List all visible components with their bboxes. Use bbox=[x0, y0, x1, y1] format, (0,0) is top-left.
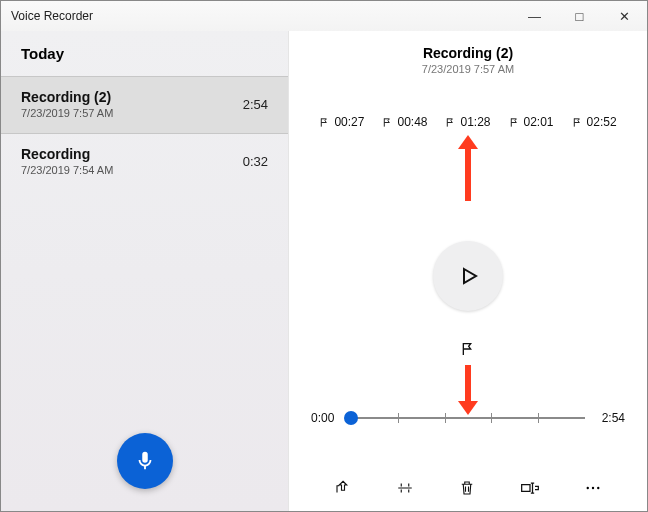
flag-icon bbox=[319, 117, 330, 128]
flag-icon bbox=[382, 117, 393, 128]
rename-icon bbox=[520, 481, 540, 495]
marker-item[interactable]: 01:28 bbox=[445, 115, 490, 129]
recording-item[interactable]: Recording 7/23/2019 7:54 AM 0:32 bbox=[1, 134, 288, 190]
flag-icon bbox=[445, 117, 456, 128]
microphone-icon bbox=[134, 450, 156, 472]
flag-icon bbox=[509, 117, 520, 128]
marker-item[interactable]: 00:27 bbox=[319, 115, 364, 129]
timeline-end: 2:54 bbox=[595, 411, 625, 425]
add-marker-button[interactable] bbox=[460, 341, 476, 361]
recording-list: Recording (2) 7/23/2019 7:57 AM 2:54 Rec… bbox=[1, 72, 288, 194]
annotation-arrow-up bbox=[465, 149, 471, 201]
action-bar bbox=[289, 479, 647, 497]
recording-item[interactable]: Recording (2) 7/23/2019 7:57 AM 2:54 bbox=[1, 76, 288, 134]
svg-point-1 bbox=[592, 487, 594, 489]
trash-icon bbox=[458, 479, 476, 497]
recording-title: Recording bbox=[21, 146, 113, 162]
minimize-button[interactable]: — bbox=[512, 1, 557, 31]
maximize-button[interactable]: □ bbox=[557, 1, 602, 31]
delete-button[interactable] bbox=[458, 479, 476, 497]
marker-bar: 00:27 00:48 01:28 02:01 02:52 bbox=[289, 115, 647, 129]
timeline-start: 0:00 bbox=[311, 411, 341, 425]
more-button[interactable] bbox=[584, 479, 602, 497]
rename-button[interactable] bbox=[520, 479, 540, 497]
share-button[interactable] bbox=[334, 479, 352, 497]
recording-date: 7/23/2019 7:54 AM bbox=[21, 164, 113, 176]
more-icon bbox=[584, 479, 602, 497]
annotation-arrow-down bbox=[465, 365, 471, 401]
svg-point-2 bbox=[597, 487, 599, 489]
trim-icon bbox=[396, 479, 414, 497]
recording-duration: 0:32 bbox=[243, 154, 268, 169]
play-button[interactable] bbox=[433, 241, 503, 311]
timeline-thumb[interactable] bbox=[344, 411, 358, 425]
marker-item[interactable]: 02:01 bbox=[509, 115, 554, 129]
sidebar: Today Recording (2) 7/23/2019 7:57 AM 2:… bbox=[1, 31, 289, 511]
trim-button[interactable] bbox=[396, 479, 414, 497]
close-button[interactable]: ✕ bbox=[602, 1, 647, 31]
recording-title: Recording (2) bbox=[21, 89, 113, 105]
svg-point-0 bbox=[587, 487, 589, 489]
app-title: Voice Recorder bbox=[11, 9, 93, 23]
player-panel: Recording (2) 7/23/2019 7:57 AM 00:27 00… bbox=[289, 31, 647, 511]
recording-date: 7/23/2019 7:57 AM bbox=[21, 107, 113, 119]
flag-icon bbox=[572, 117, 583, 128]
marker-item[interactable]: 02:52 bbox=[572, 115, 617, 129]
timeline-track[interactable] bbox=[351, 417, 585, 419]
title-bar: Voice Recorder — □ ✕ bbox=[1, 1, 647, 31]
sidebar-header: Today bbox=[1, 31, 288, 72]
share-icon bbox=[334, 479, 352, 497]
marker-item[interactable]: 00:48 bbox=[382, 115, 427, 129]
player-title: Recording (2) bbox=[289, 45, 647, 61]
play-icon bbox=[456, 264, 480, 288]
window-controls: — □ ✕ bbox=[512, 1, 647, 31]
record-button[interactable] bbox=[117, 433, 173, 489]
player-date: 7/23/2019 7:57 AM bbox=[289, 63, 647, 75]
flag-icon bbox=[460, 341, 476, 357]
recording-duration: 2:54 bbox=[243, 97, 268, 112]
